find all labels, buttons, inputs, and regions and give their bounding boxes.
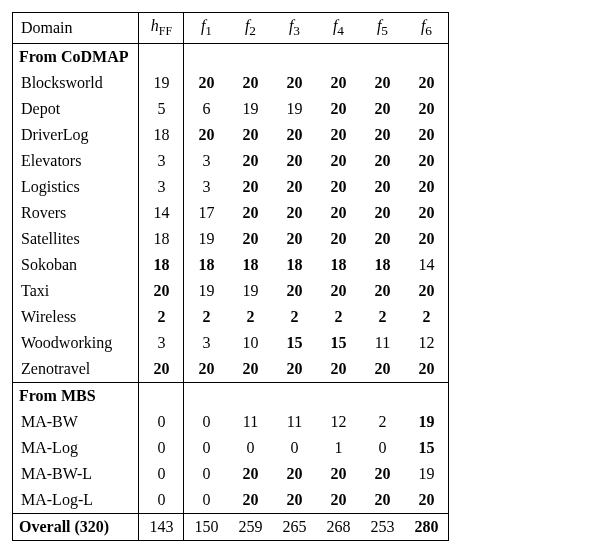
- value-cell: 20: [228, 487, 272, 514]
- section-title: From CoDMAP: [13, 44, 139, 71]
- value-cell: 18: [316, 252, 360, 278]
- value-cell: 20: [404, 356, 449, 383]
- value-cell: 20: [272, 487, 316, 514]
- value-cell: 20: [360, 461, 404, 487]
- value-cell: 20: [228, 461, 272, 487]
- value-cell: 20: [316, 461, 360, 487]
- value-cell: 3: [184, 174, 229, 200]
- results-table: DomainhFFf1f2f3f4f5f6From CoDMAPBlockswo…: [12, 12, 449, 541]
- value-cell: 2: [272, 304, 316, 330]
- value-cell: 20: [404, 122, 449, 148]
- domain-cell: MA-BW: [13, 409, 139, 435]
- value-cell: 19: [184, 226, 229, 252]
- value-cell: 0: [184, 435, 229, 461]
- value-cell: 11: [272, 409, 316, 435]
- value-cell: 20: [272, 200, 316, 226]
- value-cell: 6: [184, 96, 229, 122]
- value-cell: 20: [272, 174, 316, 200]
- value-cell: 2: [404, 304, 449, 330]
- value-cell: 0: [184, 487, 229, 514]
- value-cell: 18: [139, 226, 184, 252]
- column-header: f6: [404, 13, 449, 44]
- domain-cell: Rovers: [13, 200, 139, 226]
- value-cell: 20: [316, 174, 360, 200]
- value-cell: 20: [316, 200, 360, 226]
- value-cell: 2: [228, 304, 272, 330]
- overall-value: 268: [316, 514, 360, 541]
- value-cell: 12: [404, 330, 449, 356]
- value-cell: 10: [228, 330, 272, 356]
- value-cell: 2: [139, 304, 184, 330]
- overall-value: 259: [228, 514, 272, 541]
- domain-cell: DriverLog: [13, 122, 139, 148]
- value-cell: 14: [139, 200, 184, 226]
- value-cell: 20: [404, 70, 449, 96]
- value-cell: 2: [360, 304, 404, 330]
- value-cell: 19: [228, 96, 272, 122]
- value-cell: 3: [139, 330, 184, 356]
- domain-cell: Elevators: [13, 148, 139, 174]
- column-header: f2: [228, 13, 272, 44]
- domain-cell: Zenotravel: [13, 356, 139, 383]
- domain-cell: MA-BW-L: [13, 461, 139, 487]
- value-cell: 14: [404, 252, 449, 278]
- value-cell: 20: [360, 278, 404, 304]
- domain-cell: Satellites: [13, 226, 139, 252]
- value-cell: 19: [404, 409, 449, 435]
- value-cell: 20: [316, 487, 360, 514]
- value-cell: 20: [228, 122, 272, 148]
- value-cell: 0: [360, 435, 404, 461]
- value-cell: 20: [404, 96, 449, 122]
- value-cell: 15: [316, 330, 360, 356]
- value-cell: 20: [404, 487, 449, 514]
- value-cell: 3: [184, 148, 229, 174]
- value-cell: 20: [360, 148, 404, 174]
- value-cell: 2: [316, 304, 360, 330]
- value-cell: 20: [228, 356, 272, 383]
- value-cell: 0: [184, 461, 229, 487]
- value-cell: 20: [316, 122, 360, 148]
- value-cell: 19: [272, 96, 316, 122]
- value-cell: 20: [360, 226, 404, 252]
- column-header: hFF: [139, 13, 184, 44]
- value-cell: 20: [272, 226, 316, 252]
- value-cell: 20: [316, 278, 360, 304]
- value-cell: 12: [316, 409, 360, 435]
- value-cell: 18: [360, 252, 404, 278]
- column-header: f4: [316, 13, 360, 44]
- column-header: f3: [272, 13, 316, 44]
- value-cell: 11: [228, 409, 272, 435]
- overall-value: 143: [139, 514, 184, 541]
- column-header: f1: [184, 13, 229, 44]
- value-cell: 20: [184, 356, 229, 383]
- value-cell: 20: [360, 122, 404, 148]
- overall-label: Overall (320): [13, 514, 139, 541]
- overall-value: 253: [360, 514, 404, 541]
- value-cell: 20: [360, 70, 404, 96]
- value-cell: 20: [272, 148, 316, 174]
- value-cell: 18: [184, 252, 229, 278]
- value-cell: 20: [228, 200, 272, 226]
- value-cell: 17: [184, 200, 229, 226]
- value-cell: 20: [184, 70, 229, 96]
- value-cell: 20: [272, 122, 316, 148]
- value-cell: 20: [404, 200, 449, 226]
- value-cell: 0: [139, 487, 184, 514]
- value-cell: 0: [184, 409, 229, 435]
- value-cell: 20: [272, 461, 316, 487]
- value-cell: 20: [360, 200, 404, 226]
- value-cell: 20: [228, 226, 272, 252]
- value-cell: 15: [404, 435, 449, 461]
- value-cell: 19: [228, 278, 272, 304]
- value-cell: 20: [316, 226, 360, 252]
- value-cell: 19: [139, 70, 184, 96]
- value-cell: 18: [272, 252, 316, 278]
- value-cell: 1: [316, 435, 360, 461]
- value-cell: 20: [139, 278, 184, 304]
- column-header: Domain: [13, 13, 139, 44]
- value-cell: 2: [184, 304, 229, 330]
- value-cell: 15: [272, 330, 316, 356]
- value-cell: 18: [139, 252, 184, 278]
- value-cell: 20: [404, 174, 449, 200]
- domain-cell: Woodworking: [13, 330, 139, 356]
